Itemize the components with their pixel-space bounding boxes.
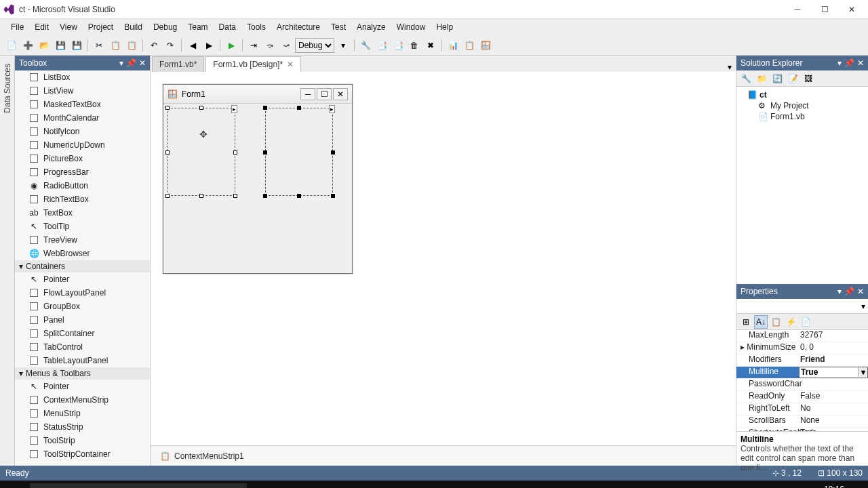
taskbar-clock[interactable]: 19:16 08-11-2017 bbox=[803, 485, 844, 488]
start-button[interactable] bbox=[1, 481, 30, 488]
properties-icon[interactable]: 📋 bbox=[769, 315, 783, 329]
project-node[interactable]: 📘ct bbox=[739, 89, 865, 100]
save-all-icon[interactable]: 💾 bbox=[69, 38, 84, 53]
refresh-icon[interactable]: 🔄 bbox=[770, 72, 784, 85]
minimize-icon[interactable]: ─ bbox=[300, 88, 315, 100]
component-tray[interactable]: 📋 ContextMenuStrip1 bbox=[151, 445, 736, 466]
tab-form1-design[interactable]: Form1.vb [Design]*✕ bbox=[205, 56, 301, 72]
dropdown-arrow-icon[interactable]: ▾ bbox=[336, 38, 351, 53]
dropbox-icon[interactable]: 📦 bbox=[382, 481, 414, 488]
close-tab-icon[interactable]: ✕ bbox=[287, 60, 294, 69]
toolbox-category-menus[interactable]: ▾Menus & Toolbars bbox=[15, 367, 150, 380]
events-icon[interactable]: ⚡ bbox=[784, 315, 797, 329]
visualstudio-icon[interactable]: ∞ bbox=[415, 481, 446, 488]
cut-icon[interactable]: ✂ bbox=[92, 38, 106, 53]
tray-item[interactable]: ContextMenuStrip1 bbox=[174, 451, 244, 461]
maximize-icon[interactable]: ☐ bbox=[317, 88, 332, 100]
new-project-icon[interactable]: 📄 bbox=[4, 38, 19, 53]
undo-icon[interactable]: ↶ bbox=[146, 38, 161, 53]
paste-icon[interactable]: 📋 bbox=[124, 38, 139, 53]
properties-object-selector[interactable]: ▾ bbox=[736, 299, 868, 314]
expand-icon[interactable]: ▸ bbox=[741, 342, 745, 352]
menu-view[interactable]: View bbox=[54, 20, 83, 34]
dropdown-icon[interactable]: ▾ bbox=[858, 367, 867, 377]
menu-help[interactable]: Help bbox=[431, 20, 458, 34]
toolbox-category-containers[interactable]: ▾Containers bbox=[15, 260, 150, 272]
close-icon[interactable]: ✕ bbox=[857, 287, 864, 296]
maximize-button[interactable]: ☐ bbox=[811, 2, 838, 17]
task-view-icon[interactable]: ⊞ bbox=[252, 481, 283, 488]
close-icon[interactable]: ✕ bbox=[333, 88, 348, 100]
view-designer-icon[interactable]: 🖼 bbox=[802, 72, 815, 85]
design-surface[interactable]: 🪟 Form1 ─ ☐ ✕ ✥ bbox=[151, 72, 736, 445]
tool-icon[interactable]: 📑 bbox=[391, 38, 406, 53]
alphabetical-icon[interactable]: A↓ bbox=[754, 315, 768, 329]
solution-tree[interactable]: 📘ct ⚙My Project 📄Form1.vb bbox=[736, 87, 868, 284]
dropdown-icon[interactable]: ▾ bbox=[119, 58, 123, 68]
dropdown-icon[interactable]: ▾ bbox=[837, 58, 842, 68]
redo-icon[interactable]: ↷ bbox=[163, 38, 178, 53]
close-icon[interactable]: ✕ bbox=[139, 58, 146, 68]
property-pages-icon[interactable]: 📄 bbox=[799, 315, 812, 329]
camtasia-icon[interactable]: 🟧 bbox=[513, 481, 544, 488]
pin-icon[interactable]: 📌 bbox=[126, 58, 136, 68]
myproject-node[interactable]: ⚙My Project bbox=[739, 100, 865, 111]
properties-grid[interactable]: MaxLength32767 ▸ MinimumSize0, 0 Modifie… bbox=[736, 330, 868, 432]
menu-file[interactable]: File bbox=[5, 20, 29, 34]
tab-form1-code[interactable]: Form1.vb* bbox=[152, 56, 204, 72]
menu-window[interactable]: Window bbox=[391, 20, 431, 34]
menu-debug[interactable]: Debug bbox=[148, 20, 182, 34]
chrome-icon[interactable]: 🔴 bbox=[448, 481, 479, 488]
tab-dropdown-icon[interactable]: ▾ bbox=[728, 62, 736, 72]
tool-icon[interactable]: 📑 bbox=[374, 38, 389, 53]
menu-analyze[interactable]: Analyze bbox=[351, 20, 391, 34]
step-out-icon[interactable]: ⤻ bbox=[279, 38, 294, 53]
menu-architecture[interactable]: Architecture bbox=[271, 20, 326, 34]
show-all-icon[interactable]: 📁 bbox=[755, 72, 768, 85]
tool-icon[interactable]: ✖ bbox=[423, 38, 438, 53]
close-icon[interactable]: ✕ bbox=[857, 58, 864, 68]
app-icon[interactable]: 🟩 bbox=[480, 481, 511, 488]
pin-icon[interactable]: 📌 bbox=[844, 58, 854, 68]
tool-icon[interactable]: 🗑 bbox=[407, 38, 422, 53]
explorer-icon[interactable]: 📁 bbox=[317, 481, 349, 488]
nav-fwd-icon[interactable]: ▶ bbox=[201, 38, 216, 53]
nav-back-icon[interactable]: ◀ bbox=[185, 38, 200, 53]
cortana-search[interactable]: ◯ I'm Cortana. Ask me anything. bbox=[30, 483, 247, 488]
step-over-icon[interactable]: ⤼ bbox=[262, 38, 277, 53]
menu-build[interactable]: Build bbox=[119, 20, 148, 34]
copy-icon[interactable]: 📋 bbox=[108, 38, 123, 53]
open-icon[interactable]: 📂 bbox=[37, 38, 52, 53]
save-icon[interactable]: 💾 bbox=[53, 38, 68, 53]
pin-icon[interactable]: 📌 bbox=[844, 287, 854, 296]
tool-icon[interactable]: 📊 bbox=[446, 38, 460, 53]
properties-icon[interactable]: 🔧 bbox=[739, 72, 753, 85]
tool-icon[interactable]: 📋 bbox=[462, 38, 477, 53]
menu-edit[interactable]: Edit bbox=[29, 20, 54, 34]
start-debug-icon[interactable]: ▶ bbox=[224, 38, 239, 53]
config-dropdown[interactable]: Debug bbox=[295, 38, 334, 53]
menu-team[interactable]: Team bbox=[182, 20, 213, 34]
toolbox-list[interactable]: ListBox ListView MaskedTextBox MonthCale… bbox=[15, 70, 150, 466]
smart-tag-icon[interactable]: ▸ bbox=[329, 105, 335, 113]
tool-icon[interactable]: 🪟 bbox=[478, 38, 493, 53]
form-node[interactable]: 📄Form1.vb bbox=[739, 111, 865, 122]
selected-control-2[interactable] bbox=[265, 108, 333, 196]
smart-tag-icon[interactable]: ▸ bbox=[231, 105, 237, 113]
store-icon[interactable]: 🛍 bbox=[350, 481, 381, 488]
menu-project[interactable]: Project bbox=[83, 20, 119, 34]
menu-tools[interactable]: Tools bbox=[241, 20, 271, 34]
view-code-icon[interactable]: 📝 bbox=[786, 72, 800, 85]
categorized-icon[interactable]: ⊞ bbox=[739, 315, 753, 329]
form-body[interactable]: ✥ ▸ ▸ bbox=[163, 104, 352, 273]
form-designer[interactable]: 🪟 Form1 ─ ☐ ✕ ✥ bbox=[163, 84, 353, 274]
step-icon[interactable]: ⇥ bbox=[246, 38, 261, 53]
tab-data-sources[interactable]: Data Sources bbox=[1, 60, 14, 117]
add-item-icon[interactable]: ➕ bbox=[20, 38, 35, 53]
dropdown-icon[interactable]: ▾ bbox=[837, 287, 842, 296]
selected-control-1[interactable]: ✥ bbox=[167, 108, 235, 196]
tool-icon[interactable]: 🔧 bbox=[358, 38, 373, 53]
close-button[interactable]: ✕ bbox=[838, 2, 865, 17]
edge-icon[interactable]: 🌐 bbox=[285, 481, 316, 488]
menu-test[interactable]: Test bbox=[326, 20, 351, 34]
